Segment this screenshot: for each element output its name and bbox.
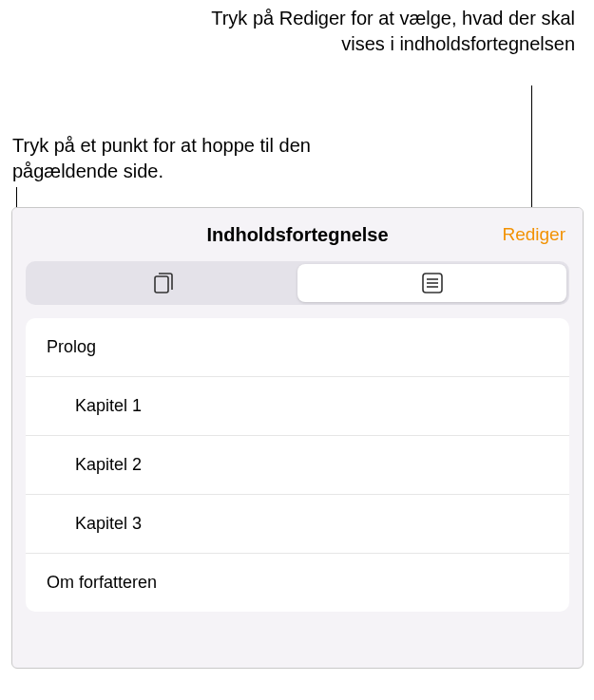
toc-item-label: Kapitel 3 bbox=[75, 514, 142, 533]
pages-icon bbox=[151, 271, 176, 295]
toc-item[interactable]: Kapitel 3 bbox=[26, 495, 569, 554]
toc-item-label: Prolog bbox=[47, 337, 96, 356]
edit-button[interactable]: Rediger bbox=[502, 224, 565, 245]
toc-item[interactable]: Kapitel 2 bbox=[26, 436, 569, 495]
panel-header: Indholdsfortegnelse Rediger bbox=[12, 208, 583, 261]
page-title: Indholdsfortegnelse bbox=[206, 224, 388, 246]
toc-item[interactable]: Prolog bbox=[26, 318, 569, 377]
toc-item-label: Kapitel 2 bbox=[75, 455, 142, 474]
toc-item[interactable]: Om forfatteren bbox=[26, 554, 569, 612]
toc-list: Prolog Kapitel 1 Kapitel 2 Kapitel 3 Om … bbox=[26, 318, 569, 612]
callout-edit-hint: Tryk på Rediger for at vælge, hvad der s… bbox=[176, 6, 575, 57]
list-icon bbox=[420, 271, 445, 295]
segment-list[interactable] bbox=[297, 264, 566, 302]
callout-item-hint: Tryk på et punkt for at hoppe til den på… bbox=[12, 133, 326, 184]
toc-panel: Indholdsfortegnelse Rediger bbox=[11, 207, 584, 669]
toc-item-label: Kapitel 1 bbox=[75, 396, 142, 415]
segment-thumbnails[interactable] bbox=[29, 264, 297, 302]
toc-item[interactable]: Kapitel 1 bbox=[26, 377, 569, 436]
view-segmented-control bbox=[26, 261, 569, 305]
toc-item-label: Om forfatteren bbox=[47, 573, 157, 592]
svg-rect-0 bbox=[155, 276, 168, 293]
callout-line bbox=[531, 85, 532, 218]
